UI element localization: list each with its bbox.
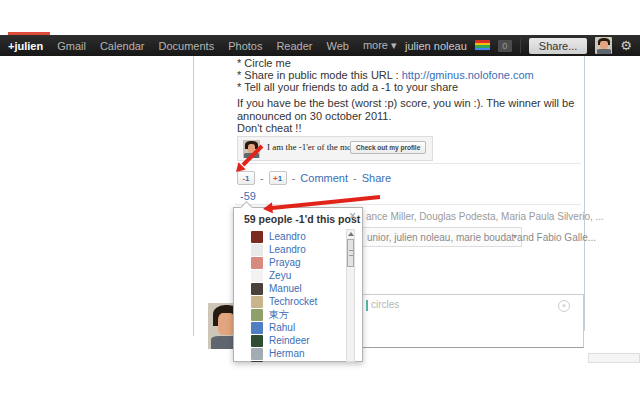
scroll-up-arrow[interactable] (348, 232, 354, 236)
partial-element (588, 353, 640, 363)
profile-badge: I am the -1'er of the month Check out my… (237, 136, 433, 161)
person-avatar (251, 335, 263, 347)
list-item[interactable]: Leandro (234, 230, 345, 243)
list-item[interactable]: 東方 (234, 308, 345, 321)
divider (235, 204, 581, 205)
minus-count-link[interactable]: -59 (240, 190, 256, 203)
person-avatar (251, 283, 263, 295)
minus-oners-names-row[interactable]: unior, julien noleau, marie boudat and F… (361, 227, 522, 247)
google-plus-page: +julien Gmail Calendar Documents Photos … (0, 0, 640, 400)
text-cursor (366, 300, 368, 311)
close-icon[interactable]: × (349, 209, 356, 223)
list-item[interactable]: Reindeer (234, 334, 345, 347)
minus-oners-popup: 59 people -1'd this post × Leandro Leand… (233, 207, 363, 362)
nav-more-menu[interactable]: more ▾ (363, 39, 397, 52)
list-item[interactable]: Zeyu (234, 269, 345, 282)
top-bar-nav: +julien Gmail Calendar Documents Photos … (8, 39, 397, 52)
person-link[interactable]: Leandro (269, 244, 306, 255)
person-avatar (251, 231, 263, 243)
person-avatar (251, 296, 263, 308)
person-avatar (251, 257, 263, 269)
person-link[interactable]: Rahul (269, 322, 295, 333)
minus-one-button[interactable]: -1 (237, 171, 255, 185)
nav-web[interactable]: Web (327, 40, 349, 52)
minus-oners-names-line: ance Miller, Douglas Podesta, Maria Paul… (366, 211, 604, 222)
post-url-link[interactable]: http://gminus.nolofone.com (402, 69, 534, 81)
remove-circle-icon[interactable]: × (558, 300, 570, 312)
chevron-down-icon[interactable]: ▾ (513, 232, 517, 241)
people-list: Leandro Leandro Prayag Zeyu Manuel Techr… (234, 230, 345, 362)
post-action-bar: -1 - +1 - Comment - Share (237, 171, 391, 185)
popup-scrollbar[interactable] (346, 229, 355, 362)
person-avatar (251, 270, 263, 282)
list-item[interactable]: Herman (234, 347, 345, 360)
person-avatar (251, 348, 263, 360)
separator: - (292, 172, 296, 184)
post-line-tell-friends: * Tell all your friends to add a -1 to y… (237, 81, 458, 94)
share-button[interactable]: Share... (529, 38, 588, 54)
scrollbar-thumb[interactable] (347, 239, 354, 267)
person-link[interactable]: Herman (269, 348, 305, 359)
post-warning-text: Don't cheat !! (237, 122, 301, 135)
person-avatar (251, 322, 263, 334)
list-item[interactable]: Rahul (234, 321, 345, 334)
gear-icon[interactable]: ⚙ (620, 39, 632, 52)
nav-gmail[interactable]: Gmail (57, 40, 86, 52)
person-link[interactable]: Techrocket (269, 296, 317, 307)
user-name-label[interactable]: julien noleau (405, 40, 467, 52)
badge-text: I am the -1'er of the month (267, 142, 363, 152)
separator: - (353, 172, 357, 184)
divider (520, 39, 521, 53)
nav-photos[interactable]: Photos (228, 40, 262, 52)
share-link[interactable]: Share (362, 172, 391, 184)
person-avatar (251, 244, 263, 256)
separator: - (260, 172, 264, 184)
names-row-text: unior, julien noleau, marie boudat and F… (367, 232, 596, 243)
comment-link[interactable]: Comment (300, 172, 348, 184)
person-link[interactable]: Prayag (269, 257, 301, 268)
post-body-text: If you have be the best (worst :p) score… (237, 97, 587, 123)
nav-plus-julien[interactable]: +julien (8, 40, 43, 52)
person-link[interactable]: Leandro (269, 231, 306, 242)
check-profile-button[interactable]: Check out my profile (350, 141, 426, 154)
nav-calendar[interactable]: Calendar (100, 40, 145, 52)
google-top-bar: +julien Gmail Calendar Documents Photos … (0, 35, 640, 56)
person-avatar (251, 361, 263, 363)
user-avatar[interactable] (595, 37, 612, 54)
person-link[interactable]: Manuel (269, 283, 302, 294)
list-item[interactable]: Manuel (234, 282, 345, 295)
top-bar-user-area: julien noleau 0 Share... ⚙ (405, 37, 632, 54)
nav-documents[interactable]: Documents (159, 40, 215, 52)
list-item[interactable] (234, 360, 345, 362)
person-link[interactable]: 東方 (269, 308, 289, 322)
notifications-icon[interactable] (475, 40, 490, 51)
divider (235, 163, 581, 164)
list-item[interactable]: Prayag (234, 256, 345, 269)
list-item[interactable]: Leandro (234, 243, 345, 256)
share-url-prefix: * Share in public mode this URL : (237, 69, 402, 81)
plus-one-button[interactable]: +1 (269, 171, 287, 185)
person-link[interactable]: Zeyu (269, 270, 291, 281)
person-avatar (251, 309, 263, 321)
person-link[interactable]: Reindeer (269, 335, 310, 346)
circles-text-fragment: circles (371, 299, 399, 310)
content-left-border (193, 56, 194, 336)
nav-reader[interactable]: Reader (276, 40, 312, 52)
badge-avatar (243, 140, 260, 158)
popup-title: 59 people -1'd this post (244, 213, 360, 225)
notification-count-badge[interactable]: 0 (498, 40, 512, 52)
list-item[interactable]: Techrocket (234, 295, 345, 308)
